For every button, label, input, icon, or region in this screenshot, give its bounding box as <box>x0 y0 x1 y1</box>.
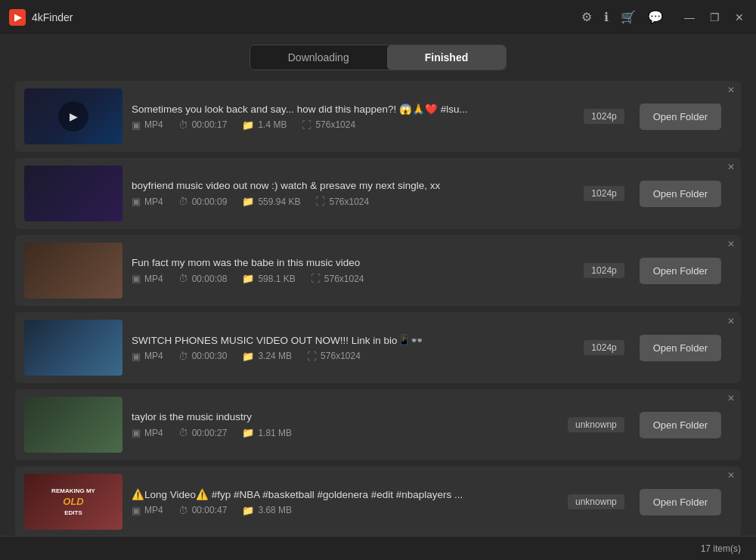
list-item: ✕ SWITCH PHONES MUSIC VIDEO OUT NOW!!! L… <box>15 312 741 383</box>
logo-play-icon: ▶ <box>14 12 21 23</box>
video-meta: ▣ MP4 ⏱ 00:00:08 📁 598.1 KB ⛶576x1024 <box>132 273 575 284</box>
video-info: Sometimes you look back and say... how d… <box>132 103 575 131</box>
clock-icon: ⏱ <box>178 273 188 284</box>
list-item: ✕ boyfriend music video out now :) watch… <box>15 158 741 229</box>
video-info: Fun fact my mom was the babe in this mus… <box>132 257 575 284</box>
titlebar-left: ▶ 4kFinder <box>9 9 73 26</box>
thumbnail: REMAKING MYOLDEDITS <box>24 474 122 530</box>
open-folder-button[interactable]: Open Folder <box>640 412 721 438</box>
list-item: ✕ REMAKING MYOLDEDITS ⚠️Long Video⚠️ #fy… <box>15 466 741 537</box>
video-title: ⚠️Long Video⚠️ #fyp #NBA #basketball #go… <box>132 488 559 500</box>
statusbar: 17 item(s) <box>0 536 756 560</box>
video-info: taylor is the music industry ▣ MP4 ⏱ 00:… <box>132 411 559 438</box>
chat-icon[interactable]: 💬 <box>648 10 663 24</box>
duration-meta: ⏱ 00:00:27 <box>178 427 228 438</box>
close-item-button[interactable]: ✕ <box>727 394 735 403</box>
format-meta: ▣ MP4 <box>132 351 163 362</box>
video-title: taylor is the music industry <box>132 411 559 422</box>
video-meta: ▣ MP4 ⏱ 00:00:30 📁 3.24 MB ⛶576x1024 <box>132 351 575 362</box>
format-icon: ▣ <box>132 273 141 284</box>
size-meta: 📁 3.24 MB <box>242 351 292 362</box>
close-item-button[interactable]: ✕ <box>727 471 735 480</box>
resolution-icon: ⛶ <box>311 273 321 284</box>
quality-badge: 1024p <box>584 340 624 355</box>
item-count: 17 item(s) <box>701 543 741 554</box>
close-item-button[interactable]: ✕ <box>727 240 735 249</box>
folder-icon: 📁 <box>242 351 254 362</box>
clock-icon: ⏱ <box>178 119 188 131</box>
app-title: 4kFinder <box>32 11 73 23</box>
thumbnail <box>24 166 122 221</box>
open-folder-button[interactable]: Open Folder <box>640 335 721 361</box>
clock-icon: ⏱ <box>178 196 188 207</box>
video-info: boyfriend music video out now :) watch &… <box>132 180 575 207</box>
video-meta: ▣ MP4 ⏱ 00:00:27 📁 1.81 MB <box>132 427 559 438</box>
minimize-button[interactable]: — <box>681 11 698 24</box>
maximize-button[interactable]: ❐ <box>707 11 723 24</box>
video-info: ⚠️Long Video⚠️ #fyp #NBA #basketball #go… <box>132 488 559 516</box>
quality-badge: unknownp <box>568 417 624 432</box>
video-title: boyfriend music video out now :) watch &… <box>132 180 575 191</box>
resolution-icon: ⛶ <box>315 196 325 207</box>
open-folder-button[interactable]: Open Folder <box>640 104 721 130</box>
folder-icon: 📁 <box>242 427 254 438</box>
format-meta: ▣ MP4 <box>132 273 163 284</box>
video-title: Sometimes you look back and say... how d… <box>132 103 575 115</box>
duration-meta: ⏱ 00:00:17 <box>178 119 228 131</box>
open-folder-button[interactable]: Open Folder <box>640 181 721 207</box>
list-item: ✕ taylor is the music industry ▣ MP4 ⏱ 0… <box>15 389 741 460</box>
size-meta: 📁 1.4 MB <box>242 119 287 131</box>
close-item-button[interactable]: ✕ <box>727 85 735 94</box>
content-area: ✕ ▶ Sometimes you look back and say... h… <box>0 78 756 538</box>
clock-icon: ⏱ <box>178 505 188 516</box>
list-item: ✕ ▶ Sometimes you look back and say... h… <box>15 81 741 152</box>
close-item-button[interactable]: ✕ <box>727 162 735 172</box>
quality-badge: unknownp <box>568 494 624 509</box>
resolution-icon: ⛶ <box>307 351 317 362</box>
format-icon: ▣ <box>132 351 141 362</box>
clock-icon: ⏱ <box>178 427 188 438</box>
tab-finished[interactable]: Finished <box>387 45 507 70</box>
folder-icon: 📁 <box>242 119 254 131</box>
quality-badge: 1024p <box>584 263 624 278</box>
cart-icon[interactable]: 🛒 <box>621 10 636 24</box>
format-meta: ▣ MP4 <box>132 119 163 131</box>
video-title: SWITCH PHONES MUSIC VIDEO OUT NOW!!! Lin… <box>132 334 575 346</box>
video-title: Fun fact my mom was the babe in this mus… <box>132 257 575 268</box>
folder-icon: 📁 <box>242 505 254 516</box>
format-meta: ▣ MP4 <box>132 505 163 516</box>
quality-badge: 1024p <box>584 186 624 201</box>
resolution-meta: ⛶576x1024 <box>311 273 364 284</box>
format-meta: ▣ MP4 <box>132 427 163 438</box>
close-button[interactable]: ✕ <box>732 11 747 24</box>
size-meta: 📁 3.68 MB <box>242 505 292 516</box>
video-info: SWITCH PHONES MUSIC VIDEO OUT NOW!!! Lin… <box>132 334 575 362</box>
folder-icon: 📁 <box>242 273 254 284</box>
settings-icon[interactable]: ⚙ <box>581 10 592 24</box>
clock-icon: ⏱ <box>178 351 188 362</box>
format-icon: ▣ <box>132 505 141 516</box>
format-icon: ▣ <box>132 196 141 207</box>
format-icon: ▣ <box>132 119 141 131</box>
info-icon[interactable]: ℹ <box>604 10 609 24</box>
quality-badge: 1024p <box>584 109 624 124</box>
close-item-button[interactable]: ✕ <box>727 317 735 326</box>
duration-meta: ⏱ 00:00:08 <box>178 273 228 284</box>
duration-meta: ⏱ 00:00:30 <box>178 351 228 362</box>
window-controls: — ❐ ✕ <box>681 11 747 24</box>
resolution-meta: ⛶576x1024 <box>307 351 361 362</box>
open-folder-button[interactable]: Open Folder <box>640 258 721 284</box>
format-icon: ▣ <box>132 427 141 438</box>
app-logo: ▶ <box>9 9 26 26</box>
size-meta: 📁 1.81 MB <box>242 427 292 438</box>
duration-meta: ⏱ 00:00:09 <box>178 196 228 207</box>
duration-meta: ⏱ 00:00:47 <box>178 505 228 516</box>
tab-container: Downloading Finished <box>249 45 507 70</box>
size-meta: 📁 559.94 KB <box>242 196 300 207</box>
open-folder-button[interactable]: Open Folder <box>640 489 721 515</box>
video-meta: ▣ MP4 ⏱ 00:00:47 📁 3.68 MB <box>132 505 559 516</box>
video-meta: ▣ MP4 ⏱ 00:00:17 📁 1.4 MB ⛶576x1024 <box>132 119 575 131</box>
tabbar: Downloading Finished <box>0 34 756 78</box>
tab-downloading[interactable]: Downloading <box>250 45 387 70</box>
video-meta: ▣ MP4 ⏱ 00:00:09 📁 559.94 KB ⛶576x1024 <box>132 196 575 207</box>
